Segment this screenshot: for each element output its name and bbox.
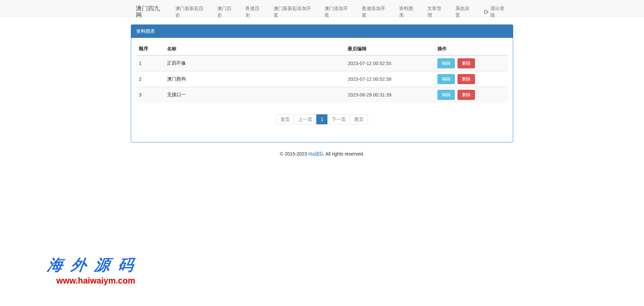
nav-item-system-settings[interactable]: 系统设置 — [450, 0, 479, 23]
table-header-row: 顺序 名称 最后编辑 操作 — [136, 43, 508, 55]
pagination-next[interactable]: 下一页 — [327, 114, 350, 124]
top-navbar: 澳门四九网 澳门新新彩历史 澳门历史 香港历史 澳门新新彩添加开奖 澳门添加开奖… — [0, 0, 644, 17]
pagination-last[interactable]: 尾页 — [350, 114, 368, 124]
watermark-logo-text: 海外源码 — [47, 257, 143, 272]
row-actions: 编辑 删除 — [435, 71, 508, 87]
brand-link[interactable]: 澳门四九网 — [131, 0, 170, 16]
nav-item-macau-history[interactable]: 澳门历史 — [212, 0, 240, 23]
row-name: 正四不像 — [164, 55, 345, 71]
gallery-panel: 资料图库 顺序 名称 最后编辑 操作 1 正四不像 — [131, 24, 513, 142]
logout-icon — [484, 9, 489, 14]
panel-title: 资料图库 — [131, 25, 513, 38]
nav-item-macau-newnew-history[interactable]: 澳门新新彩历史 — [170, 0, 212, 23]
navbar-container: 澳门四九网 澳门新新彩历史 澳门历史 香港历史 澳门新新彩添加开奖 澳门添加开奖… — [131, 0, 513, 16]
column-header-name: 名称 — [164, 43, 345, 55]
watermark-url-text: www.haiwaiym.com — [56, 277, 135, 285]
row-last-edited: 2023-06-29 00:31:39 — [345, 87, 435, 103]
table-row: 1 正四不像 2023-07-12 00:52:55 编辑 删除 — [136, 55, 508, 71]
main-container: 资料图库 顺序 名称 最后编辑 操作 1 正四不像 — [131, 24, 513, 142]
row-actions: 编辑 删除 — [435, 55, 508, 71]
delete-button[interactable]: 删除 — [458, 90, 475, 100]
nav-item-hongkong-add-draw[interactable]: 香港添加开奖 — [357, 0, 394, 23]
gallery-table: 顺序 名称 最后编辑 操作 1 正四不像 2023-07-12 00:52:55… — [136, 43, 508, 103]
row-last-edited: 2023-07-12 00:52:39 — [345, 71, 435, 87]
column-header-actions: 操作 — [435, 43, 508, 55]
edit-button[interactable]: 编辑 — [437, 58, 455, 68]
table-row: 3 无接口一 2023-06-29 00:31:39 编辑 删除 — [136, 87, 508, 103]
copyright-text: © 2015-2023 — [280, 151, 307, 157]
edit-button[interactable]: 编辑 — [437, 90, 455, 100]
column-header-order: 顺序 — [136, 43, 164, 55]
pagination-page-1[interactable]: 1 — [316, 114, 328, 124]
nav-menu: 澳门新新彩历史 澳门历史 香港历史 澳门新新彩添加开奖 澳门添加开奖 香港添加开… — [170, 0, 513, 16]
row-last-edited: 2023-07-12 00:52:55 — [345, 55, 435, 71]
row-order: 3 — [136, 87, 164, 103]
pagination: 首页 上一页 1 下一页 尾页 — [136, 116, 508, 123]
rights-text: All rights reserved. — [325, 151, 364, 157]
row-order: 2 — [136, 71, 164, 87]
row-name: 澳门跑狗 — [164, 71, 345, 87]
table-row: 2 澳门跑狗 2023-07-12 00:52:39 编辑 删除 — [136, 71, 508, 87]
panel-body: 顺序 名称 最后编辑 操作 1 正四不像 2023-07-12 00:52:55… — [131, 38, 513, 142]
team-link[interactable]: itta团队 — [308, 151, 324, 157]
delete-button[interactable]: 删除 — [458, 74, 475, 84]
column-header-last-edited: 最后编辑 — [345, 43, 435, 55]
edit-button[interactable]: 编辑 — [437, 74, 455, 84]
pagination-prev[interactable]: 上一页 — [294, 114, 317, 124]
footer: © 2015-2023 itta团队 All rights reserved. — [0, 151, 644, 157]
nav-item-macau-newnew-add-draw[interactable]: 澳门新新彩添加开奖 — [268, 0, 319, 23]
logout-link[interactable]: 退出登陆 — [479, 0, 513, 23]
nav-item-article-management[interactable]: 文章管理 — [422, 0, 450, 23]
row-name: 无接口一 — [164, 87, 345, 103]
nav-item-hongkong-history[interactable]: 香港历史 — [240, 0, 269, 23]
nav-item-image-gallery[interactable]: 资料图库 — [394, 0, 422, 23]
row-actions: 编辑 删除 — [435, 87, 508, 103]
delete-button[interactable]: 删除 — [458, 58, 475, 68]
row-order: 1 — [136, 55, 164, 71]
pagination-first[interactable]: 首页 — [276, 114, 294, 124]
nav-item-macau-add-draw[interactable]: 澳门添加开奖 — [320, 0, 357, 23]
logout-label: 退出登陆 — [490, 5, 508, 18]
